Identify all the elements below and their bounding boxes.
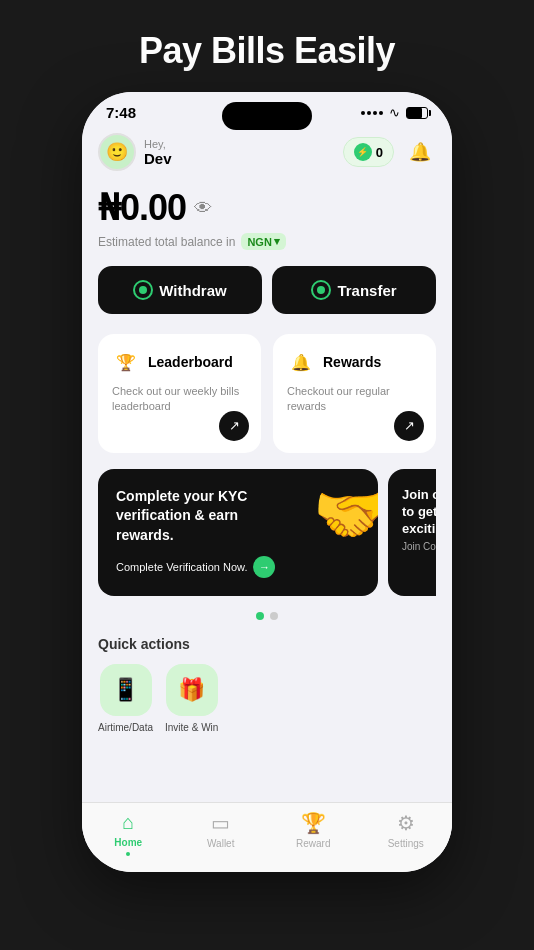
home-nav-icon: ⌂ <box>122 811 134 834</box>
community-promo-text: Join o... <box>402 487 436 504</box>
reward-nav-icon: 🏆 <box>301 811 326 835</box>
page-title: Pay Bills Easily <box>139 30 395 72</box>
rewards-card-header: 🔔 Rewards <box>287 348 422 376</box>
bell-icon[interactable]: 🔔 <box>404 136 436 168</box>
balance-subtitle: Estimated total balance in NGN ▾ <box>98 233 436 250</box>
rewards-title: Rewards <box>323 354 381 370</box>
quick-actions-label: Quick actions <box>98 636 436 652</box>
bottom-nav: ⌂ Home ▭ Wallet 🏆 Reward ⚙ Settings <box>82 802 452 872</box>
points-badge[interactable]: ⚡ 0 <box>343 137 394 167</box>
transfer-button[interactable]: Transfer <box>272 266 436 314</box>
leaderboard-icon: 🏆 <box>112 348 140 376</box>
cards-grid: 🏆 Leaderboard Check out our weekly bills… <box>98 334 436 453</box>
balance-value: ₦0.00 <box>98 187 186 229</box>
quick-actions-row: 📱 Airtime/Data 🎁 Invite & Win <box>98 664 436 733</box>
rewards-card[interactable]: 🔔 Rewards Checkout our regular rewards ↗ <box>273 334 436 453</box>
dots-indicator <box>98 612 436 620</box>
nav-home[interactable]: ⌂ Home <box>82 811 175 856</box>
community-cta-label: Join Commun... <box>402 541 436 552</box>
user-info: 🙂 Hey, Dev <box>98 133 172 171</box>
points-count: 0 <box>376 145 383 160</box>
leaderboard-card-header: 🏆 Leaderboard <box>112 348 247 376</box>
status-icons: ∿ <box>361 105 428 120</box>
home-nav-label: Home <box>114 837 142 848</box>
invite-icon: 🎁 <box>166 664 218 716</box>
hide-balance-icon[interactable]: 👁 <box>194 198 212 219</box>
currency-label: NGN <box>247 236 271 248</box>
action-buttons: Withdraw Transfer <box>98 266 436 314</box>
status-time: 7:48 <box>106 104 136 121</box>
balance-subtitle-text: Estimated total balance in <box>98 235 235 249</box>
community-promo-banner[interactable]: Join o... to get exciti... Join Commun..… <box>388 469 436 596</box>
leaderboard-card[interactable]: 🏆 Leaderboard Check out our weekly bills… <box>98 334 261 453</box>
rewards-arrow-icon[interactable]: ↗ <box>394 411 424 441</box>
balance-section: ₦0.00 👁 Estimated total balance in NGN ▾ <box>98 187 436 250</box>
signal-icon <box>361 111 383 115</box>
airtime-quick-action[interactable]: 📱 Airtime/Data <box>98 664 153 733</box>
header: 🙂 Hey, Dev ⚡ 0 🔔 <box>98 133 436 171</box>
status-notch <box>222 102 312 130</box>
rewards-icon: 🔔 <box>287 348 315 376</box>
nav-wallet[interactable]: ▭ Wallet <box>175 811 268 856</box>
invite-quick-action[interactable]: 🎁 Invite & Win <box>165 664 218 733</box>
rewards-desc: Checkout our regular rewards <box>287 384 422 415</box>
leaderboard-title: Leaderboard <box>148 354 233 370</box>
avatar: 🙂 <box>98 133 136 171</box>
kyc-promo-cta[interactable]: Complete Verification Now. → <box>116 556 360 578</box>
balance-amount: ₦0.00 👁 <box>98 187 436 229</box>
airtime-label: Airtime/Data <box>98 722 153 733</box>
withdraw-label: Withdraw <box>159 282 226 299</box>
kyc-cta-label: Complete Verification Now. <box>116 561 247 573</box>
status-bar: 7:48 ∿ <box>82 92 452 121</box>
username: Dev <box>144 150 172 167</box>
community-promo-subtext: to get exciti... <box>402 504 436 538</box>
dot-0 <box>256 612 264 620</box>
currency-arrow-icon: ▾ <box>274 235 280 248</box>
home-nav-indicator <box>126 852 130 856</box>
reward-nav-label: Reward <box>296 838 330 849</box>
kyc-cta-btn-icon[interactable]: → <box>253 556 275 578</box>
app-content: 🙂 Hey, Dev ⚡ 0 🔔 ₦0.00 👁 Estima <box>82 121 452 857</box>
greeting-hey: Hey, <box>144 138 172 150</box>
transfer-label: Transfer <box>337 282 396 299</box>
invite-label: Invite & Win <box>165 722 218 733</box>
kyc-promo-image: 🤝 <box>313 479 378 550</box>
leaderboard-desc: Check out our weekly bills leaderboard <box>112 384 247 415</box>
kyc-promo-text: Complete your KYC verification & earn re… <box>116 487 276 546</box>
promo-section: Complete your KYC verification & earn re… <box>98 469 436 596</box>
wallet-nav-label: Wallet <box>207 838 234 849</box>
kyc-promo-banner[interactable]: Complete your KYC verification & earn re… <box>98 469 378 596</box>
transfer-icon <box>311 280 331 300</box>
battery-icon <box>406 107 428 119</box>
wallet-nav-icon: ▭ <box>211 811 230 835</box>
phone-frame: 7:48 ∿ 🙂 Hey, Dev <box>82 92 452 872</box>
wifi-icon: ∿ <box>389 105 400 120</box>
airtime-icon: 📱 <box>100 664 152 716</box>
promo-track: Complete your KYC verification & earn re… <box>98 469 436 596</box>
withdraw-button[interactable]: Withdraw <box>98 266 262 314</box>
settings-nav-icon: ⚙ <box>397 811 415 835</box>
header-actions: ⚡ 0 🔔 <box>343 136 436 168</box>
withdraw-icon <box>133 280 153 300</box>
greeting-text: Hey, Dev <box>144 138 172 167</box>
settings-nav-label: Settings <box>388 838 424 849</box>
currency-badge[interactable]: NGN ▾ <box>241 233 285 250</box>
nav-settings[interactable]: ⚙ Settings <box>360 811 453 856</box>
leaderboard-arrow-icon[interactable]: ↗ <box>219 411 249 441</box>
points-icon: ⚡ <box>354 143 372 161</box>
nav-reward[interactable]: 🏆 Reward <box>267 811 360 856</box>
dot-1 <box>270 612 278 620</box>
